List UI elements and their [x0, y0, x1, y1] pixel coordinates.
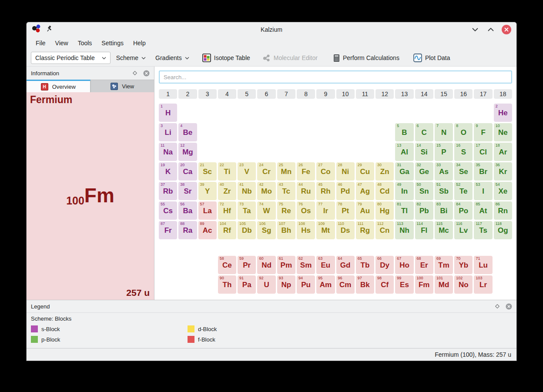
element-tile-Pb[interactable]: 82Pb — [415, 201, 433, 220]
group-button-15[interactable]: 15 — [435, 89, 453, 99]
element-tile-At[interactable]: 85At — [474, 201, 492, 220]
element-tile-Cd[interactable]: 48Cd — [375, 182, 394, 200]
element-tile-Sn[interactable]: 50Sn — [415, 182, 433, 200]
element-tile-Xe[interactable]: 54Xe — [494, 182, 512, 200]
element-tile-Al[interactable]: 13Al — [395, 143, 413, 161]
element-tile-Pt[interactable]: 78Pt — [336, 201, 355, 220]
element-tile-Ru[interactable]: 44Ru — [297, 182, 315, 200]
element-tile-Bi[interactable]: 83Bi — [435, 201, 453, 220]
element-tile-Ir[interactable]: 77Ir — [316, 201, 335, 220]
element-tile-Y[interactable]: 39Y — [198, 182, 217, 200]
group-button-13[interactable]: 13 — [395, 89, 413, 99]
element-tile-Po[interactable]: 84Po — [454, 201, 473, 220]
element-tile-U[interactable]: 92U — [257, 275, 275, 294]
element-tile-Ga[interactable]: 31Ga — [395, 162, 413, 181]
element-tile-Cu[interactable]: 29Cu — [356, 162, 374, 181]
element-tile-Fe[interactable]: 26Fe — [297, 162, 315, 181]
element-tile-No[interactable]: 102No — [454, 275, 473, 294]
element-tile-Ar[interactable]: 18Ar — [494, 143, 512, 161]
table-type-select[interactable]: Classic Periodic Table — [31, 52, 111, 64]
element-tile-K[interactable]: 19K — [159, 162, 177, 181]
element-tile-S[interactable]: 16S — [454, 143, 473, 161]
element-tile-Eu[interactable]: 63Eu — [316, 256, 335, 274]
element-tile-Pm[interactable]: 61Pm — [277, 256, 295, 274]
element-tile-Dy[interactable]: 66Dy — [375, 256, 394, 274]
element-tile-V[interactable]: 23V — [238, 162, 256, 181]
element-tile-Bh[interactable]: 107Bh — [277, 221, 295, 239]
element-tile-Mo[interactable]: 42Mo — [257, 182, 275, 200]
menu-file[interactable]: File — [31, 37, 50, 49]
element-tile-Pr[interactable]: 59Pr — [238, 256, 256, 274]
element-tile-I[interactable]: 53I — [474, 182, 492, 200]
element-tile-Sb[interactable]: 51Sb — [435, 182, 453, 200]
isotope-table-button[interactable]: Isotope Table — [198, 52, 254, 64]
maximize-icon[interactable] — [486, 25, 496, 34]
element-tile-F[interactable]: 9F — [474, 123, 492, 141]
element-tile-Tl[interactable]: 81Tl — [395, 201, 413, 220]
element-tile-Cs[interactable]: 55Cs — [159, 201, 177, 220]
dock-close-icon[interactable] — [143, 70, 150, 77]
element-tile-Nb[interactable]: 41Nb — [238, 182, 256, 200]
element-tile-Mt[interactable]: 109Mt — [316, 221, 335, 239]
element-tile-Fl[interactable]: 114Fl — [415, 221, 433, 239]
element-tile-Re[interactable]: 75Re — [277, 201, 295, 220]
element-tile-Th[interactable]: 90Th — [218, 275, 236, 294]
menu-help[interactable]: Help — [128, 37, 151, 49]
element-tile-As[interactable]: 33As — [435, 162, 453, 181]
element-tile-Lu[interactable]: 71Lu — [474, 256, 492, 274]
dock-float-icon[interactable] — [131, 70, 138, 77]
element-tile-Ce[interactable]: 58Ce — [218, 256, 236, 274]
group-button-1[interactable]: 1 — [159, 89, 177, 99]
gradients-dropdown[interactable]: Gradients — [151, 53, 193, 63]
group-button-8[interactable]: 8 — [297, 89, 315, 99]
group-button-7[interactable]: 7 — [277, 89, 295, 99]
scheme-dropdown[interactable]: Scheme — [112, 53, 150, 63]
element-tile-Rg[interactable]: 111Rg — [356, 221, 374, 239]
element-tile-Sc[interactable]: 21Sc — [198, 162, 217, 181]
element-tile-Rb[interactable]: 37Rb — [159, 182, 177, 200]
element-tile-Br[interactable]: 35Br — [474, 162, 492, 181]
tab-view[interactable]: View — [90, 80, 154, 92]
element-tile-Er[interactable]: 68Er — [415, 256, 433, 274]
element-tile-Be[interactable]: 4Be — [178, 123, 197, 141]
group-button-4[interactable]: 4 — [218, 89, 236, 99]
pin-icon[interactable] — [47, 25, 53, 34]
group-button-11[interactable]: 11 — [356, 89, 374, 99]
tab-overview[interactable]: H Overview — [27, 80, 90, 92]
element-tile-Te[interactable]: 52Te — [454, 182, 473, 200]
group-button-12[interactable]: 12 — [375, 89, 394, 99]
element-tile-Lr[interactable]: 103Lr — [474, 275, 492, 294]
element-tile-O[interactable]: 8O — [454, 123, 473, 141]
group-button-16[interactable]: 16 — [454, 89, 473, 99]
element-tile-In[interactable]: 49In — [395, 182, 413, 200]
menu-settings[interactable]: Settings — [97, 37, 128, 49]
element-tile-Yb[interactable]: 70Yb — [454, 256, 473, 274]
element-tile-H[interactable]: 1H — [159, 104, 177, 122]
element-tile-Np[interactable]: 93Np — [277, 275, 295, 294]
element-tile-Tc[interactable]: 43Tc — [277, 182, 295, 200]
close-icon[interactable] — [502, 25, 511, 34]
element-tile-Se[interactable]: 34Se — [454, 162, 473, 181]
element-tile-Kr[interactable]: 36Kr — [494, 162, 512, 181]
element-tile-Db[interactable]: 105Db — [238, 221, 256, 239]
element-tile-He[interactable]: 2He — [494, 104, 512, 122]
element-tile-Og[interactable]: 118Og — [494, 221, 512, 239]
element-tile-Li[interactable]: 3Li — [159, 123, 177, 141]
element-tile-Ac[interactable]: 89Ac — [198, 221, 217, 239]
group-button-10[interactable]: 10 — [336, 89, 355, 99]
element-tile-Rh[interactable]: 45Rh — [316, 182, 335, 200]
element-tile-Au[interactable]: 79Au — [356, 201, 374, 220]
element-tile-Ca[interactable]: 20Ca — [178, 162, 197, 181]
element-tile-Ni[interactable]: 28Ni — [336, 162, 355, 181]
element-tile-Am[interactable]: 95Am — [316, 275, 335, 294]
element-tile-Zn[interactable]: 30Zn — [375, 162, 394, 181]
element-tile-Ti[interactable]: 22Ti — [218, 162, 236, 181]
element-tile-Cf[interactable]: 98Cf — [375, 275, 394, 294]
element-tile-Hf[interactable]: 72Hf — [218, 201, 236, 220]
element-tile-Bk[interactable]: 97Bk — [356, 275, 374, 294]
element-tile-Ne[interactable]: 10Ne — [494, 123, 512, 141]
element-tile-B[interactable]: 5B — [395, 123, 413, 141]
element-tile-Cn[interactable]: 112Cn — [375, 221, 394, 239]
element-tile-Ge[interactable]: 32Ge — [415, 162, 433, 181]
legend-float-icon[interactable] — [494, 303, 501, 310]
